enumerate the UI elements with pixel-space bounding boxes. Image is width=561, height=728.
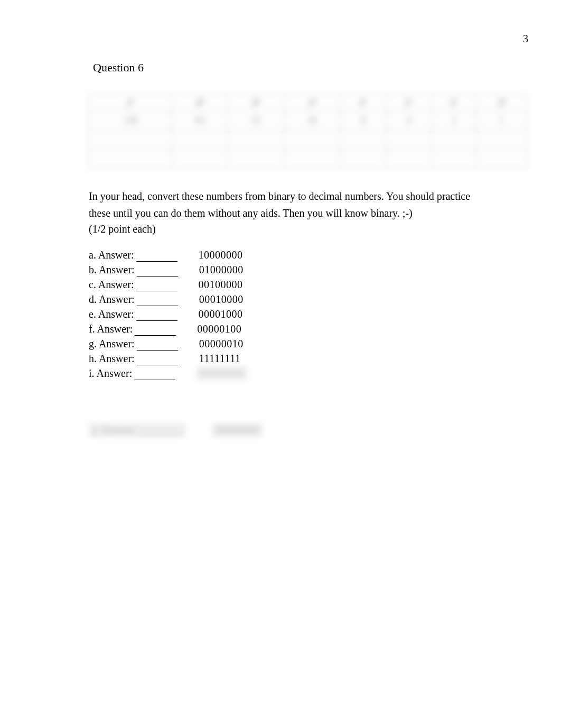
table-cell (228, 149, 284, 168)
table-cell (431, 130, 476, 149)
table-cell (284, 130, 340, 149)
binary-value: 00000001 (197, 366, 247, 380)
table-cell (476, 130, 527, 149)
table-cell: 32 (228, 111, 284, 130)
instruction-text: these until you can do them without any … (89, 206, 532, 220)
answer-row: h. Answer:11111111 (89, 352, 532, 365)
table-cell: 2⁰ (476, 95, 527, 111)
table-cell: 2⁴ (284, 95, 340, 111)
answer-label: i. Answer: (89, 366, 132, 380)
table-cell (431, 149, 476, 168)
answer-row: b. Answer:01000000 (89, 263, 532, 277)
answer-label: d. Answer: (89, 292, 135, 306)
answer-label: h. Answer: (89, 352, 135, 365)
answers-list: a. Answer:10000000b. Answer:01000000c. A… (89, 248, 532, 380)
answer-blank (135, 326, 176, 336)
binary-value: 00100000 (199, 278, 243, 291)
table-cell (386, 130, 431, 149)
table-cell: 4 (386, 111, 431, 130)
answer-label: f. Answer: (89, 322, 133, 336)
table-cell (476, 149, 527, 168)
answer-blank (136, 282, 177, 291)
table-row: 2⁷ 2⁶ 2⁵ 2⁴ 2³ 2² 2¹ 2⁰ (89, 95, 527, 111)
table-cell (228, 130, 284, 149)
answer-blank (136, 311, 177, 321)
answer-label: b. Answer: (89, 263, 135, 277)
answer-row: f. Answer:00000100 (89, 322, 532, 336)
answer-blank (137, 297, 178, 306)
answer-row: e. Answer:00001000 (89, 307, 532, 321)
binary-value: 00000100 (197, 322, 241, 336)
answer-row: i. Answer:00000001 (89, 366, 532, 380)
binary-value: 01000000 (199, 263, 244, 277)
answer-blank (137, 356, 178, 365)
answer-blank (137, 267, 178, 277)
table-cell: 2¹ (431, 95, 476, 111)
binary-value: 00010000 (199, 292, 244, 306)
table-cell: 2⁶ (172, 95, 228, 111)
table-row: 128 64 32 16 8 4 2 1 (89, 111, 527, 130)
table-cell: 2⁷ (89, 95, 172, 111)
instruction-text: In your head, convert these numbers from… (89, 189, 532, 203)
answer-row: g. Answer:00000010 (89, 337, 532, 351)
answer-label: a. Answer: (89, 248, 134, 262)
question-title: Question 6 (93, 61, 144, 75)
binary-value: 00000010 (199, 337, 244, 351)
binary-value: 00001000 (199, 307, 243, 321)
answer-blank (134, 371, 175, 380)
table-cell (172, 149, 228, 168)
table-cell: 2⁵ (228, 95, 284, 111)
table-cell: 2³ (340, 95, 386, 111)
answer-label: c. Answer: (89, 278, 134, 291)
answer-label: e. Answer: (89, 307, 134, 321)
page-number: 3 (523, 33, 528, 45)
bottom-blurred-content: j. Answer: ________ 00000000 (89, 423, 263, 437)
content-area: Question 6 2⁷ 2⁶ 2⁵ 2⁴ 2³ 2² 2¹ 2⁰ 128 6… (73, 61, 532, 381)
answer-row: a. Answer:10000000 (89, 248, 532, 262)
table-cell (89, 130, 172, 149)
table-row (89, 130, 527, 149)
answer-row: c. Answer:00100000 (89, 278, 532, 291)
answer-blank (137, 341, 178, 351)
table-cell: 1 (476, 111, 527, 130)
table-cell (284, 149, 340, 168)
answer-label: g. Answer: (89, 337, 135, 351)
binary-value: 10000000 (199, 248, 243, 262)
binary-value: 11111111 (199, 352, 241, 365)
table-cell: 2² (386, 95, 431, 111)
binary-table-blurred: 2⁷ 2⁶ 2⁵ 2⁴ 2³ 2² 2¹ 2⁰ 128 64 32 16 8 4… (89, 95, 532, 168)
table-cell: 16 (284, 111, 340, 130)
answer-blank (136, 252, 177, 262)
answer-row: d. Answer:00010000 (89, 292, 532, 306)
blurred-answer-value: 00000000 (212, 423, 263, 437)
table-cell (340, 130, 386, 149)
table-cell: 2 (431, 111, 476, 130)
table-cell (386, 149, 431, 168)
table-cell (89, 149, 172, 168)
question-header: Question 6 (73, 61, 532, 75)
table-cell: 8 (340, 111, 386, 130)
table-cell: 64 (172, 111, 228, 130)
table-cell (340, 149, 386, 168)
table-row (89, 149, 527, 168)
points-text: (1/2 point each) (89, 223, 532, 235)
binary-powers-table: 2⁷ 2⁶ 2⁵ 2⁴ 2³ 2² 2¹ 2⁰ 128 64 32 16 8 4… (89, 95, 527, 168)
blurred-answer-label: j. Answer: ________ (89, 423, 185, 437)
table-cell (172, 130, 228, 149)
table-cell: 128 (89, 111, 172, 130)
